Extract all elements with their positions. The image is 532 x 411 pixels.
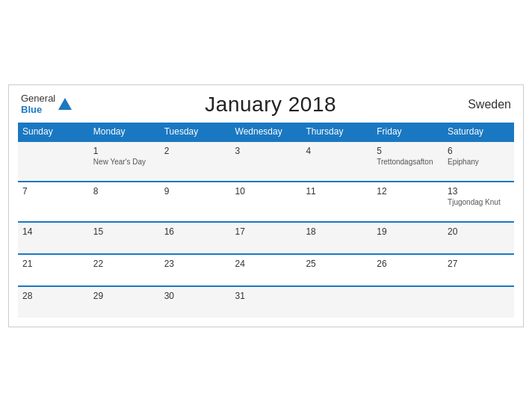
holiday-label: New Year's Day: [93, 158, 155, 166]
calendar-day-cell: 19: [372, 222, 443, 254]
weekday-header: Tuesday: [160, 123, 231, 141]
day-number: 7: [22, 186, 84, 197]
calendar-day-cell: [443, 286, 514, 318]
calendar-title: January 2018: [205, 93, 336, 117]
calendar-day-cell: 10: [231, 182, 302, 222]
weekday-header: Friday: [372, 123, 443, 141]
day-number: 2: [164, 146, 226, 156]
day-number: 4: [306, 146, 368, 156]
calendar-day-cell: [301, 286, 372, 318]
calendar-container: General Blue January 2018 Sweden SundayM…: [8, 84, 524, 327]
calendar-day-cell: 11: [301, 182, 372, 222]
calendar-country: Sweden: [468, 98, 511, 111]
calendar-day-cell: 3: [231, 141, 302, 182]
day-number: 18: [306, 226, 368, 237]
logo-icon: [57, 96, 73, 113]
day-number: 5: [377, 146, 439, 156]
day-number: 29: [93, 291, 155, 301]
day-number: 19: [377, 226, 439, 237]
day-number: 12: [377, 186, 439, 197]
calendar-day-cell: 7: [18, 182, 89, 222]
day-number: 10: [235, 186, 297, 197]
calendar-day-cell: 4: [301, 141, 372, 182]
day-number: 9: [164, 186, 226, 197]
calendar-week-row: 78910111213Tjugondag Knut: [18, 182, 514, 222]
calendar-day-cell: 25: [301, 254, 372, 286]
calendar-day-cell: 16: [160, 222, 231, 254]
weekday-header: Thursday: [301, 123, 372, 141]
day-number: 1: [93, 146, 155, 156]
calendar-day-cell: 29: [89, 286, 160, 318]
day-number: 15: [93, 226, 155, 237]
day-number: 16: [164, 226, 226, 237]
weekday-header: Monday: [89, 123, 160, 141]
calendar-day-cell: 14: [18, 222, 89, 254]
holiday-label: Tjugondag Knut: [448, 198, 510, 206]
day-number: 31: [235, 291, 297, 301]
day-number: 27: [448, 259, 510, 269]
day-number: 11: [306, 186, 368, 197]
calendar-day-cell: 13Tjugondag Knut: [443, 182, 514, 222]
logo: General Blue: [21, 93, 73, 115]
calendar-day-cell: 26: [372, 254, 443, 286]
day-number: 13: [448, 186, 510, 197]
calendar-day-cell: [18, 141, 89, 182]
calendar-day-cell: 31: [231, 286, 302, 318]
calendar-day-cell: 20: [443, 222, 514, 254]
calendar-day-cell: 12: [372, 182, 443, 222]
calendar-day-cell: 28: [18, 286, 89, 318]
calendar-day-cell: 24: [231, 254, 302, 286]
day-number: 8: [93, 186, 155, 197]
calendar-day-cell: 8: [89, 182, 160, 222]
day-number: 14: [22, 226, 84, 237]
calendar-day-cell: 9: [160, 182, 231, 222]
calendar-day-cell: 27: [443, 254, 514, 286]
calendar-body: 1New Year's Day2345Trettondagsafton6Epip…: [18, 141, 514, 318]
holiday-label: Trettondagsafton: [377, 158, 439, 166]
calendar-day-cell: 22: [89, 254, 160, 286]
day-number: 22: [93, 259, 155, 269]
calendar-day-cell: 15: [89, 222, 160, 254]
calendar-day-cell: 23: [160, 254, 231, 286]
holiday-label: Epiphany: [448, 158, 510, 166]
calendar-day-cell: 21: [18, 254, 89, 286]
day-number: 25: [306, 259, 368, 269]
day-number: 24: [235, 259, 297, 269]
day-number: 30: [164, 291, 226, 301]
day-number: 6: [448, 146, 510, 156]
day-number: 26: [377, 259, 439, 269]
day-number: 3: [235, 146, 297, 156]
calendar-week-row: 28293031: [18, 286, 514, 318]
calendar-day-cell: [372, 286, 443, 318]
calendar-day-cell: 2: [160, 141, 231, 182]
svg-marker-0: [58, 98, 72, 110]
day-number: 23: [164, 259, 226, 269]
logo-general-text: General: [21, 93, 55, 104]
calendar-week-row: 1New Year's Day2345Trettondagsafton6Epip…: [18, 141, 514, 182]
calendar-day-cell: 1New Year's Day: [89, 141, 160, 182]
calendar-header: General Blue January 2018 Sweden: [18, 93, 514, 117]
day-number: 17: [235, 226, 297, 237]
weekday-header: Sunday: [18, 123, 89, 141]
calendar-day-cell: 18: [301, 222, 372, 254]
calendar-day-cell: 6Epiphany: [443, 141, 514, 182]
day-number: 20: [448, 226, 510, 237]
calendar-day-cell: 30: [160, 286, 231, 318]
day-number: 28: [22, 291, 84, 301]
calendar-week-row: 14151617181920: [18, 222, 514, 254]
calendar-table: SundayMondayTuesdayWednesdayThursdayFrid…: [18, 123, 514, 318]
calendar-week-row: 21222324252627: [18, 254, 514, 286]
weekday-header: Wednesday: [231, 123, 302, 141]
calendar-weekdays: SundayMondayTuesdayWednesdayThursdayFrid…: [18, 123, 514, 141]
logo-blue-text: Blue: [21, 105, 55, 115]
weekday-header: Saturday: [443, 123, 514, 141]
calendar-day-cell: 5Trettondagsafton: [372, 141, 443, 182]
day-number: 21: [22, 259, 84, 269]
calendar-day-cell: 17: [231, 222, 302, 254]
